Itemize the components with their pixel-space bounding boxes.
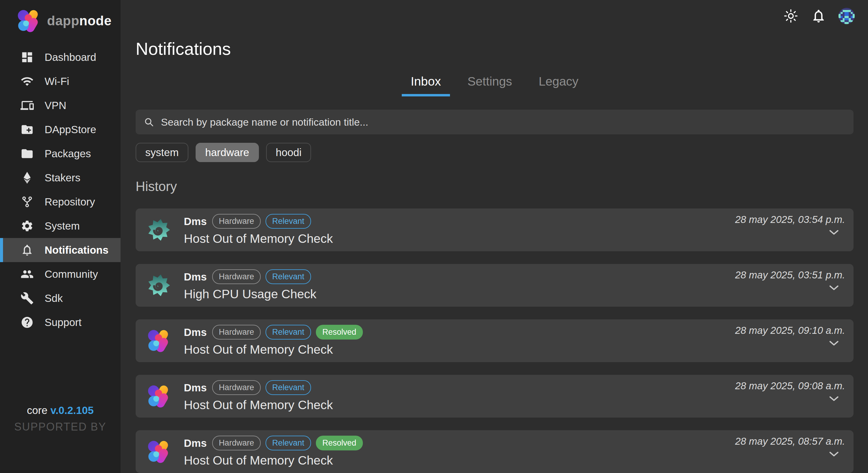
devices-icon [21, 99, 34, 112]
people-icon [21, 267, 34, 281]
sidebar-item-label: Community [44, 268, 98, 280]
supporter-logos [0, 442, 121, 468]
badge-group: HardwareRelevant [212, 214, 311, 228]
sidebar-item[interactable]: Support [0, 310, 121, 335]
help-icon [21, 316, 34, 329]
sidebar-item-label: DAppStore [44, 124, 96, 135]
notification-timestamp: 28 may 2025, 03:54 p.m. [735, 214, 845, 225]
filter-chip[interactable]: system [135, 143, 188, 162]
folder-plus-icon [21, 123, 34, 136]
wifi-icon [21, 75, 34, 88]
chevron-down-icon[interactable] [828, 283, 840, 293]
sidebar-item-label: System [44, 220, 80, 232]
dappnode-logo [147, 384, 170, 408]
sun-icon[interactable] [783, 8, 799, 24]
core-version: corev.0.2.105 [0, 404, 121, 416]
chevron-down-icon[interactable] [828, 394, 840, 404]
notification-card[interactable]: Dms HardwareRelevant Host Out of Memory … [135, 375, 854, 417]
dappnode-logo-icon [17, 9, 40, 33]
notification-card[interactable]: Dms HardwareRelevant High CPU Usage Chec… [135, 264, 854, 307]
notification-title: Host Out of Memory Check [184, 453, 363, 468]
sidebar-item-label: Notifications [44, 244, 108, 256]
dappnode-logo[interactable]: dappnode [0, 0, 121, 33]
dappnode-logo [147, 440, 170, 463]
notification-card[interactable]: Dms HardwareRelevant Host Out of Memory … [135, 209, 854, 251]
topbar [783, 8, 855, 24]
sidebar-item[interactable]: Sdk [0, 286, 121, 310]
grafana-icon [147, 218, 170, 242]
badge-relevant: Relevant [266, 380, 311, 395]
tab[interactable]: Settings [458, 74, 521, 96]
supporter-logo[interactable] [35, 442, 56, 468]
sidebar-item-label: Sdk [44, 292, 63, 304]
page-title: Notifications [135, 38, 854, 59]
chevron-down-icon[interactable] [828, 228, 840, 238]
sidebar-item-label: Wi-Fi [44, 75, 69, 87]
notification-timestamp: 28 may 2025, 09:10 a.m. [735, 325, 845, 336]
notification-card[interactable]: Dms HardwareRelevantResolved Host Out of… [135, 319, 854, 362]
search-icon [144, 117, 154, 127]
tab[interactable]: Inbox [402, 74, 450, 96]
badge-group: HardwareRelevantResolved [212, 436, 363, 450]
badge-hardware: Hardware [212, 436, 261, 450]
badge-group: HardwareRelevant [212, 380, 311, 395]
badge-group: HardwareRelevantResolved [212, 325, 363, 339]
notification-source: Dms [184, 382, 207, 394]
sidebar-item-label: Packages [44, 148, 91, 160]
badge-relevant: Relevant [266, 269, 311, 284]
history-heading: History [135, 179, 854, 194]
notification-source: Dms [184, 326, 207, 338]
sidebar-item[interactable]: System [0, 214, 121, 238]
badge-group: HardwareRelevant [212, 269, 311, 284]
sidebar-item-label: VPN [44, 99, 66, 112]
sidebar-footer: corev.0.2.105 SUPPORTED BY [0, 404, 121, 468]
grafana-icon [147, 274, 170, 297]
supporter-logo[interactable] [94, 442, 115, 468]
sidebar-item[interactable]: VPN [0, 93, 121, 118]
filter-chip[interactable]: hardware [195, 143, 259, 162]
sidebar-nav: Dashboard Wi-Fi VPN DAppStore Packages S… [0, 45, 121, 335]
supported-by-label: SUPPORTED BY [0, 420, 121, 433]
notification-timestamp: 28 may 2025, 03:51 p.m. [735, 269, 845, 281]
filter-chips: systemhardwarehoodi [135, 143, 854, 162]
sidebar-item[interactable]: Community [0, 262, 121, 286]
search-bar [135, 110, 854, 134]
sidebar-item[interactable]: Notifications [0, 238, 121, 262]
sidebar-item[interactable]: DAppStore [0, 118, 121, 141]
sidebar-item[interactable]: Dashboard [0, 45, 121, 69]
sidebar-item-label: Repository [44, 196, 95, 208]
bell-icon[interactable] [811, 8, 827, 24]
notification-list: Dms HardwareRelevant Host Out of Memory … [135, 209, 854, 473]
notification-source: Dms [184, 271, 207, 283]
notification-title: Host Out of Memory Check [184, 398, 333, 412]
sidebar-item[interactable]: Wi-Fi [0, 69, 121, 93]
brand-name: dappnode [47, 13, 112, 28]
chevron-down-icon[interactable] [828, 449, 840, 459]
main-content: Notifications InboxSettingsLegacy system… [121, 0, 868, 473]
badge-hardware: Hardware [212, 380, 261, 395]
avatar[interactable] [838, 8, 855, 24]
dashboard-icon [21, 51, 34, 64]
folder-icon [21, 147, 34, 160]
notification-title: Host Out of Memory Check [184, 343, 363, 357]
sidebar-item[interactable]: Repository [0, 190, 121, 214]
badge-resolved: Resolved [316, 325, 363, 339]
badge-relevant: Relevant [266, 325, 311, 339]
notification-source: Dms [184, 437, 207, 449]
supporter-logo[interactable] [5, 442, 27, 468]
filter-chip[interactable]: hoodi [266, 143, 311, 162]
chevron-down-icon[interactable] [828, 339, 840, 348]
notification-timestamp: 28 may 2025, 08:57 a.m. [735, 436, 845, 447]
bell-icon [21, 244, 34, 257]
notification-card[interactable]: Dms HardwareRelevantResolved Host Out of… [135, 430, 854, 473]
supporter-logo[interactable] [64, 442, 86, 468]
notification-timestamp: 28 may 2025, 09:08 a.m. [735, 380, 845, 392]
badge-relevant: Relevant [266, 214, 311, 228]
ethereum-icon [21, 171, 34, 184]
badge-hardware: Hardware [212, 325, 261, 339]
sidebar-item[interactable]: Stakers [0, 166, 121, 190]
sidebar-item[interactable]: Packages [0, 141, 121, 166]
search-input[interactable] [160, 116, 846, 128]
sidebar-item-label: Dashboard [44, 51, 96, 63]
tab[interactable]: Legacy [530, 74, 587, 96]
